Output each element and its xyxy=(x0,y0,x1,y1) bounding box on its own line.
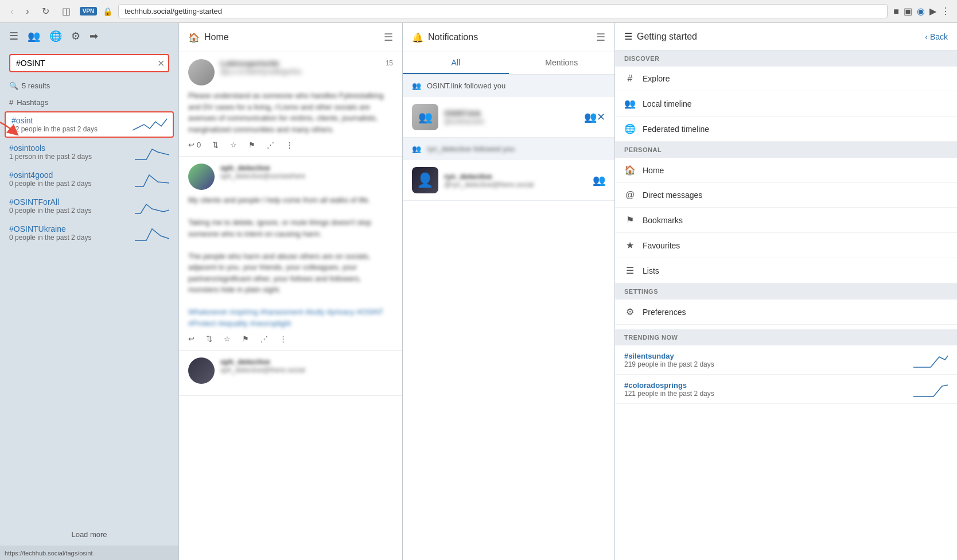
more-button-1[interactable]: ⋮ xyxy=(286,141,293,149)
url-bar[interactable] xyxy=(118,4,888,18)
trending-section-header: TRENDING NOW xyxy=(615,329,957,345)
notif-info-2: ryn_detective @ryn_detective@lhere.socia… xyxy=(444,172,587,189)
lists-nav-item[interactable]: ☰ Lists xyxy=(615,258,957,283)
hashtag-name-osintforall: #OSINTForAll xyxy=(9,197,135,207)
post-author-1: Lukinsuperturtle xyxy=(220,59,380,68)
trending-meta-2: 121 people in the past 2 days xyxy=(624,390,714,398)
local-timeline-nav-item[interactable]: 👥 Local timeline xyxy=(615,91,957,116)
share-button-1[interactable]: ⋰ xyxy=(267,141,274,149)
sparkline-osintools xyxy=(135,143,169,161)
tab-grid-button[interactable]: ◫ xyxy=(59,5,74,18)
follow-action-button-1[interactable]: 👥✕ xyxy=(584,111,605,123)
globe-icon: 🌐 xyxy=(624,123,636,134)
preferences-nav-item[interactable]: ⚙ Preferences xyxy=(615,300,957,325)
right-panel-title: ☰ Getting started xyxy=(624,31,697,42)
notifications-settings-button[interactable]: ☰ xyxy=(596,31,605,44)
tab-mentions[interactable]: Mentions xyxy=(509,52,615,74)
browser-action-icons: ■ ▣ ◉ ▶ ⋮ xyxy=(893,6,950,17)
tab-all[interactable]: All xyxy=(403,52,509,74)
bookmark-button-2[interactable]: ⚑ xyxy=(242,335,249,343)
notifications-panel-header: 🔔 Notifications ☰ xyxy=(403,23,614,52)
favourite-button-2[interactable]: ☆ xyxy=(224,335,231,343)
trending-sparkline-1 xyxy=(913,351,948,368)
hashtag-item-osintukraine[interactable]: #OSINTUkraine 0 people in the past 2 day… xyxy=(0,220,178,247)
list-icon: ☰ xyxy=(624,265,636,276)
boost-button-2[interactable]: ⇅ xyxy=(206,335,212,343)
favourites-nav-item[interactable]: ★ Favourites xyxy=(615,233,957,258)
search-box-wrapper: ✕ xyxy=(9,54,169,72)
sparkline-osintforall xyxy=(135,197,169,215)
favourite-button-1[interactable]: ☆ xyxy=(230,141,237,149)
follow-action-button-2[interactable]: 👥 xyxy=(593,174,605,186)
settings-icon-button[interactable]: ⚙ xyxy=(71,30,80,42)
home-panel-title: 🏠 Home xyxy=(188,32,229,43)
reply-button-2[interactable]: ↩ xyxy=(188,335,194,343)
hashtag-item-osintools[interactable]: #osintools 1 person in the past 2 days xyxy=(0,139,178,166)
hashtag-name-osintools: #osintools xyxy=(9,143,135,153)
post-actions-2: ↩ ⇅ ☆ ⚑ ⋰ ⋮ xyxy=(188,335,393,343)
hashtag-item-osint4good[interactable]: #osint4good 0 people in the past 2 days xyxy=(0,166,178,193)
notif-section-follow-1: 👥 OSINT.link followed you xyxy=(403,75,614,97)
globe-icon-button[interactable]: 🌐 xyxy=(49,30,62,42)
more-icon[interactable]: ⋮ xyxy=(941,6,950,17)
shield-icon[interactable]: ◉ xyxy=(917,6,925,17)
lock-icon: 🔒 xyxy=(103,7,112,16)
search-input[interactable] xyxy=(9,54,169,72)
vpn-badge: VPN xyxy=(80,7,98,15)
hashtag-name-osint4good: #osint4good xyxy=(9,170,135,180)
post-header-3: sph_detective sph_detective@there.social xyxy=(188,357,393,384)
hashtag-info-osint: #osint 32 people in the past 2 days xyxy=(11,116,133,133)
back-nav-button[interactable]: ‹ xyxy=(7,5,17,18)
camera-icon[interactable]: ▣ xyxy=(904,6,912,17)
home-icon: 🏠 xyxy=(624,165,636,176)
send-icon[interactable]: ▶ xyxy=(929,6,936,17)
federated-timeline-nav-item[interactable]: 🌐 Federated timeline xyxy=(615,116,957,142)
hamburger-menu-button[interactable]: ☰ xyxy=(9,30,18,42)
bell-icon: 🔔 xyxy=(412,32,423,43)
hashtag-name: #osint xyxy=(11,116,133,125)
follow-icon-2: 👥 xyxy=(412,145,421,153)
right-sidebar: ☰ Getting started ‹ Back DISCOVER # Expl… xyxy=(615,23,957,560)
share-button-2[interactable]: ⋰ xyxy=(260,335,268,343)
logout-icon-button[interactable]: ➡ xyxy=(90,30,98,42)
reply-button-1[interactable]: ↩ 0 xyxy=(188,141,201,149)
forward-nav-button[interactable]: › xyxy=(22,5,32,18)
hashtag-meta-osint4good: 0 people in the past 2 days xyxy=(9,180,135,188)
notifications-panel-title: 🔔 Notifications xyxy=(412,32,478,43)
post-handle-2: sph_detective@somewhere xyxy=(220,172,393,180)
menu-icon: ☰ xyxy=(624,31,632,42)
notif-item-2[interactable]: 👤 ryn_detective @ryn_detective@lhere.soc… xyxy=(403,160,614,201)
gear-icon: ⚙ xyxy=(624,306,636,317)
load-more-button[interactable]: Load more xyxy=(0,523,178,546)
search-icon: 🔍 xyxy=(9,81,18,90)
post-header-2: sph_detective sph_detective@somewhere xyxy=(188,164,393,190)
avatar-3 xyxy=(188,357,215,384)
notif-handle-1: @onlineosint xyxy=(444,118,578,126)
bookmark-button-1[interactable]: ⚑ xyxy=(248,141,255,149)
bookmarks-nav-item[interactable]: ⚑ Bookmarks xyxy=(615,208,957,233)
home-nav-item[interactable]: 🏠 Home xyxy=(615,158,957,183)
explore-nav-item[interactable]: # Explore xyxy=(615,67,957,91)
app-container: ☰ 👥 🌐 ⚙ ➡ ✕ 🔍 5 results # Hashtags #osin xyxy=(0,23,957,560)
hashtag-item-osint[interactable]: #osint 32 people in the past 2 days xyxy=(5,111,174,138)
hashtag-item-osintforall[interactable]: #OSINTForAll 0 people in the past 2 days xyxy=(0,193,178,220)
search-clear-button[interactable]: ✕ xyxy=(157,58,165,69)
notif-info-1: OSINT.link @onlineosint xyxy=(444,109,578,126)
more-button-2[interactable]: ⋮ xyxy=(279,335,287,343)
trending-item-1[interactable]: #silentsunday 219 people in the past 2 d… xyxy=(615,345,957,375)
reload-button[interactable]: ↻ xyxy=(38,5,53,18)
notif-item-1[interactable]: 👥 OSINT.link @onlineosint 👥✕ xyxy=(403,97,614,138)
home-settings-button[interactable]: ☰ xyxy=(384,31,393,44)
post-author-2: sph_detective xyxy=(220,164,393,172)
back-button[interactable]: ‹ Back xyxy=(925,32,948,41)
notif-avatar-1: 👥 xyxy=(412,104,438,130)
extensions-icon[interactable]: ■ xyxy=(893,6,899,17)
hash-icon: # xyxy=(9,98,13,107)
trending-item-2[interactable]: #coloradosprings 121 people in the past … xyxy=(615,375,957,404)
boost-button-1[interactable]: ⇅ xyxy=(212,141,219,149)
discover-section-header: DISCOVER xyxy=(615,50,957,67)
people-icon-button[interactable]: 👥 xyxy=(28,30,40,42)
hashtag-meta-osintukraine: 0 people in the past 2 days xyxy=(9,234,135,242)
star-icon: ★ xyxy=(624,240,636,251)
direct-messages-nav-item[interactable]: @ Direct messages xyxy=(615,183,957,208)
